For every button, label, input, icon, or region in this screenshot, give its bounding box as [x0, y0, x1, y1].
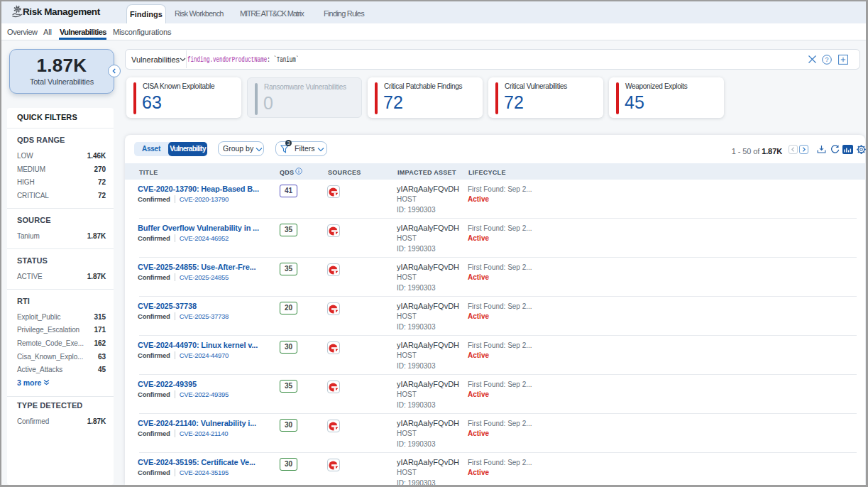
- svg-text:?: ?: [825, 56, 828, 63]
